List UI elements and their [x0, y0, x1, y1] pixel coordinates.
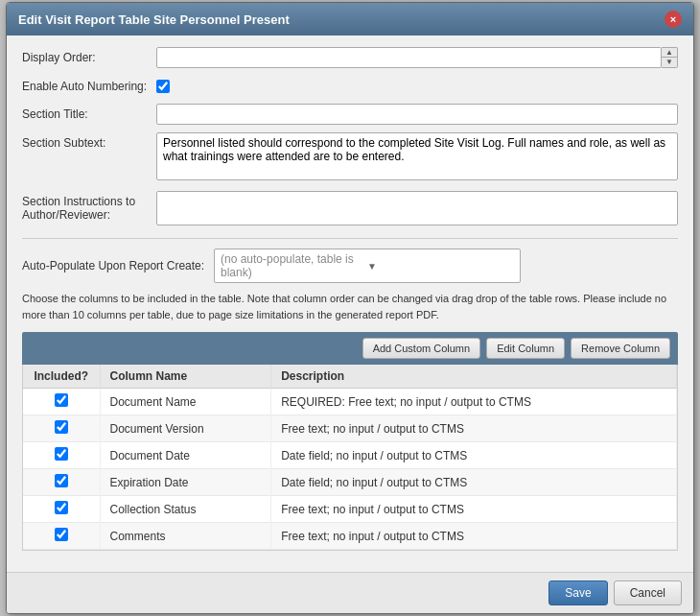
row-description: REQUIRED: Free text; no input / output t… [271, 389, 677, 415]
table-header-row: Included? Column Name Description [23, 365, 677, 389]
auto-populate-label: Auto-Populate Upon Report Create: [22, 259, 214, 272]
row-included-cell [23, 496, 100, 523]
edit-column-button[interactable]: Edit Column [486, 338, 565, 359]
row-included-checkbox[interactable] [55, 420, 68, 434]
section-instructions-label: Section Instructions to Author/Reviewer: [22, 191, 156, 222]
display-order-input[interactable]: 1 [156, 47, 662, 68]
section-instructions-input[interactable] [156, 191, 678, 225]
display-order-row: Display Order: 1 ▲ ▼ [22, 47, 678, 68]
dialog-title: Edit Visit Report Table Site Personnel P… [18, 12, 290, 27]
table-body: Document NameREQUIRED: Free text; no inp… [23, 389, 677, 550]
auto-numbering-control [156, 76, 678, 96]
row-description: Date field; no input / output to CTMS [271, 442, 677, 469]
auto-numbering-label: Enable Auto Numbering: [22, 76, 156, 93]
row-column-name: Document Name [100, 389, 271, 415]
row-column-name: Document Version [100, 415, 271, 442]
section-subtext-control: Personnel listed should correspond to th… [156, 132, 678, 183]
auto-populate-row: Auto-Populate Upon Report Create: (no au… [22, 249, 678, 283]
col-header-column-name: Column Name [100, 365, 271, 389]
info-text: Choose the columns to be included in the… [22, 291, 678, 322]
display-order-control: 1 ▲ ▼ [156, 47, 678, 68]
row-column-name: Collection Status [100, 496, 271, 523]
section-instructions-row: Section Instructions to Author/Reviewer: [22, 191, 678, 228]
row-column-name: Comments [100, 523, 271, 550]
row-included-cell [23, 442, 100, 469]
table-row: Document VersionFree text; no input / ou… [23, 415, 677, 442]
row-included-cell [23, 389, 100, 415]
section-title-label: Section Title: [22, 104, 156, 121]
columns-table: Included? Column Name Description Docume… [23, 365, 677, 550]
close-button[interactable]: × [665, 11, 682, 28]
section-divider [22, 238, 678, 239]
table-toolbar: Add Custom Column Edit Column Remove Col… [22, 332, 678, 365]
row-included-cell [23, 415, 100, 442]
row-description: Date field; no input / output to CTMS [271, 469, 677, 496]
col-header-included: Included? [23, 365, 100, 389]
columns-table-container: Included? Column Name Description Docume… [22, 365, 678, 551]
dialog-footer: Save Cancel [7, 572, 693, 613]
dialog: Edit Visit Report Table Site Personnel P… [6, 2, 694, 614]
row-column-name: Expiration Date [100, 469, 271, 496]
spinner-down[interactable]: ▼ [662, 58, 677, 67]
save-button[interactable]: Save [548, 580, 607, 605]
remove-column-button[interactable]: Remove Column [571, 338, 670, 359]
row-included-checkbox[interactable] [55, 393, 68, 407]
row-description: Free text; no input / output to CTMS [271, 415, 677, 442]
spinner-arrows: ▲ ▼ [662, 47, 678, 68]
display-order-label: Display Order: [22, 47, 156, 64]
auto-numbering-checkbox[interactable] [156, 80, 170, 93]
section-subtext-input[interactable]: Personnel listed should correspond to th… [156, 132, 678, 180]
dialog-header: Edit Visit Report Table Site Personnel P… [7, 3, 693, 36]
section-title-input[interactable]: Site Personnel Present [156, 104, 678, 125]
add-custom-column-button[interactable]: Add Custom Column [362, 338, 481, 359]
spinner-up[interactable]: ▲ [662, 48, 677, 58]
section-subtext-label: Section Subtext: [22, 132, 156, 150]
table-row: Document DateDate field; no input / outp… [23, 442, 677, 469]
row-included-checkbox[interactable] [55, 501, 68, 514]
row-description: Free text; no input / output to CTMS [271, 496, 677, 523]
section-title-row: Section Title: Site Personnel Present [22, 104, 678, 125]
table-row: CommentsFree text; no input / output to … [23, 523, 677, 550]
section-title-control: Site Personnel Present [156, 104, 678, 125]
col-header-description: Description [271, 365, 677, 389]
select-arrow-icon: ▼ [367, 261, 514, 272]
section-instructions-control [156, 191, 678, 228]
auto-populate-select[interactable]: (no auto-populate, table is blank) ▼ [214, 249, 521, 283]
dialog-body: Display Order: 1 ▲ ▼ Enable Auto Numberi… [7, 36, 693, 572]
table-row: Collection StatusFree text; no input / o… [23, 496, 677, 523]
row-included-cell [23, 469, 100, 496]
row-column-name: Document Date [100, 442, 271, 469]
row-included-checkbox[interactable] [55, 447, 68, 461]
table-row: Expiration DateDate field; no input / ou… [23, 469, 677, 496]
row-included-checkbox[interactable] [55, 474, 68, 487]
cancel-button[interactable]: Cancel [614, 580, 682, 605]
auto-numbering-row: Enable Auto Numbering: [22, 76, 678, 96]
row-included-cell [23, 523, 100, 550]
row-included-checkbox[interactable] [55, 528, 68, 541]
auto-populate-value: (no auto-populate, table is blank) [221, 252, 367, 279]
table-row: Document NameREQUIRED: Free text; no inp… [23, 389, 677, 415]
row-description: Free text; no input / output to CTMS [271, 523, 677, 550]
section-subtext-row: Section Subtext: Personnel listed should… [22, 132, 678, 183]
